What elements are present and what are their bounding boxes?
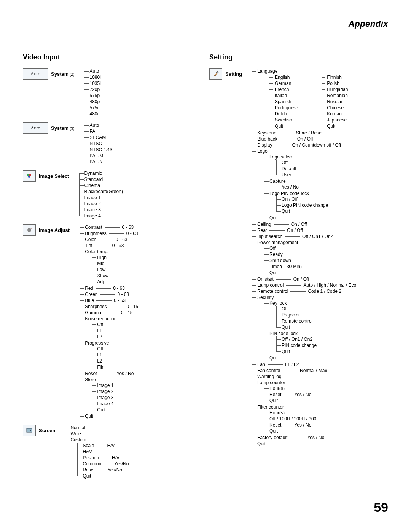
tree-value: H/V: [112, 455, 119, 460]
tree-value: Off / On1 / On2: [302, 234, 333, 239]
tree-node: L1: [92, 328, 138, 334]
tree-label: Projector: [282, 312, 300, 318]
tree-node: NTSC: [84, 141, 112, 147]
tree-node: Quit: [276, 324, 356, 330]
tree-label: Low: [97, 267, 105, 272]
tree-node: Adj.: [92, 279, 138, 285]
tree-node: DisplayOn / Countdown off / Off: [252, 142, 356, 148]
tree-value: Auto / High / Normal / Eco: [303, 283, 356, 288]
tree-label: Capture: [269, 179, 286, 184]
tree-node: Image 1: [79, 195, 123, 201]
tree-label: On start: [257, 276, 274, 282]
tree-node: Quit: [264, 398, 356, 404]
screen-icon: [23, 425, 36, 436]
tree-label: Ready: [269, 252, 283, 257]
label-image-select: Image Select: [39, 173, 69, 179]
tree-node: Warning log: [252, 374, 356, 380]
tree-label: Shut down: [269, 258, 291, 263]
tree-node: LogoLogo selectOffDefaultUserCaptureYes …: [252, 148, 356, 221]
tree-label: Off: [269, 246, 276, 251]
tree-label: Factory default: [257, 435, 287, 440]
tree-label: L2: [97, 334, 102, 339]
tree-node: Gamma0 - 15: [80, 310, 138, 316]
language-option: French: [269, 87, 306, 92]
tree-node: Auto: [84, 122, 112, 128]
col-video-input: Video Input Auto System(2) Auto1080i1035…: [23, 53, 202, 485]
tree-node: CustomScaleH/VH&VPositionH/VCommonYes/No…: [65, 437, 129, 479]
svg-point-3: [27, 228, 31, 232]
tree-label: Auto: [89, 69, 99, 74]
tree-node: Projector: [276, 312, 356, 318]
tree-value: Normal / Max: [300, 368, 327, 373]
tree-label: PAL: [89, 129, 98, 134]
language-option: Japanese: [322, 117, 356, 123]
tree-node: Image 2: [79, 201, 123, 207]
tree-value: Yes/No: [114, 461, 129, 466]
tree-node: Color0 - 63: [80, 236, 138, 243]
tree-label: Off: [97, 346, 103, 351]
tree-label: Quit: [97, 407, 105, 412]
tree-label: Quit: [269, 270, 278, 275]
tree-node: XLow: [92, 273, 138, 279]
page-number: 59: [23, 500, 388, 515]
tree-value: On / Off: [287, 228, 303, 233]
tree-node: Contrast0 - 63: [80, 224, 138, 230]
tree-value: 0 - 63: [114, 298, 126, 303]
tree-label: Image 1: [97, 383, 113, 388]
tree-label: On / Off: [282, 197, 298, 202]
language-option: Romanian: [322, 93, 356, 98]
tree-label: Display: [257, 142, 272, 148]
tree-node: Quit: [252, 441, 356, 447]
tree-node: 720p: [84, 86, 100, 93]
tree-value: On / Off: [293, 276, 309, 282]
tree-label: Security: [257, 295, 274, 300]
tree-label: 1035i: [89, 81, 100, 86]
tree-label: Quit: [269, 398, 278, 403]
tree-node: Noise reductionOffL1L2: [80, 316, 138, 340]
tree-node: Quit: [92, 407, 138, 413]
section-system3: Auto System(3) AutoPALSECAMNTSCNTSC 4.43…: [23, 122, 202, 165]
tree-node: ProgressiveOffL1L2Film: [80, 340, 138, 371]
tree-label: PAL-M: [89, 153, 103, 158]
tree-label: Auto: [89, 123, 99, 128]
tree-node: User: [276, 172, 356, 178]
tree-label: L2: [97, 358, 102, 364]
tree-label: Logo PIN code change: [282, 203, 328, 208]
tree-node: Off / 100H / 200H / 300H: [264, 416, 356, 422]
tree-label: 720p: [89, 87, 100, 92]
tree-node: 480i: [84, 111, 100, 117]
tree-node: Quit: [80, 413, 138, 419]
tree-label: Ceiling: [257, 222, 271, 227]
language-option: Spanish: [269, 99, 306, 104]
tree-label: Warning log: [257, 374, 282, 379]
tree-node: PAL-N: [84, 159, 112, 165]
tree-label: L1: [97, 328, 102, 333]
tree-node: 575i: [84, 105, 100, 111]
tree-label: PAL-N: [89, 159, 102, 165]
tree-node: Blackboard(Green): [79, 189, 123, 195]
tree-node: Quit: [264, 215, 356, 221]
tree-label: Image 2: [84, 201, 101, 206]
tree-node: Lamp controlAuto / High / Normal / Eco: [252, 282, 356, 288]
tree-node: L1: [92, 352, 138, 358]
tree-node: Shut down: [264, 257, 356, 264]
tree-node: CeilingOn / Off: [252, 221, 356, 227]
tree-node: SECAM: [84, 134, 112, 141]
tree-node: Logo selectOffDefaultUser: [264, 154, 356, 178]
tree-label: Quit: [269, 355, 278, 361]
tree-node: 1080i: [84, 74, 100, 80]
col-title-right: Setting: [209, 53, 388, 61]
tree-label: NTSC 4.43: [89, 147, 112, 152]
tree-node: Off: [276, 160, 356, 166]
tree-label: Logo select: [269, 154, 293, 160]
tree-node: Ready: [264, 251, 356, 257]
tree-value: Yes / No: [294, 392, 311, 397]
tree-label: L1: [97, 352, 102, 358]
tree-node: Blue0 - 63: [80, 297, 138, 304]
tree-label: Progressive: [85, 340, 109, 346]
section-setting: Setting LanguageEnglishFinnishGermanPoli…: [209, 68, 388, 447]
tree-label: Quit: [257, 441, 266, 446]
tree-label: 480i: [89, 111, 98, 117]
tree-node: Image 3: [79, 207, 123, 213]
tree-value: Store / Reset: [296, 130, 323, 136]
